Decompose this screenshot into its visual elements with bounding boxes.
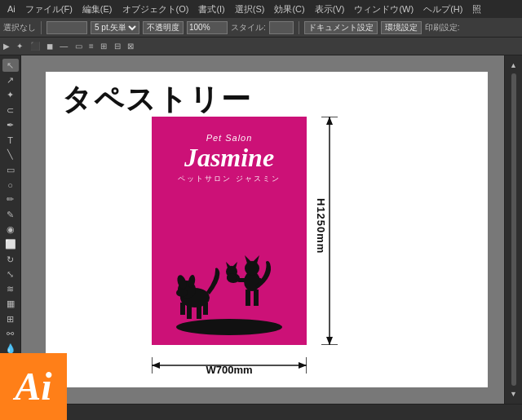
right-panel: ▲ ▼: [504, 55, 522, 404]
tool-type[interactable]: T: [2, 133, 19, 146]
tool-eraser[interactable]: ⬜: [2, 238, 19, 251]
svg-rect-7: [237, 278, 262, 282]
toolbar-print-label: 印刷設定:: [425, 22, 460, 33]
tool-mesh[interactable]: ⊞: [2, 312, 19, 325]
menu-edit[interactable]: 編集(E): [78, 2, 117, 17]
menu-effect[interactable]: 効果(C): [270, 2, 308, 17]
tool-pencil[interactable]: ✎: [2, 208, 19, 221]
tool-blend[interactable]: ⚯: [2, 327, 19, 340]
menu-format[interactable]: 書式(I): [194, 2, 228, 17]
svg-rect-5: [246, 290, 250, 306]
canvas-title: タペストリー: [62, 80, 252, 120]
tool-select[interactable]: ↖: [2, 59, 19, 72]
tool-line[interactable]: ╲: [2, 148, 19, 161]
svg-point-10: [227, 273, 237, 281]
toolbar-opacity-btn[interactable]: 不透明度: [143, 21, 184, 34]
tool-rect[interactable]: ▭: [2, 163, 19, 176]
tool-scale[interactable]: ⤡: [2, 267, 19, 281]
tool-lasso[interactable]: ⊂: [2, 104, 19, 117]
toolbar-env-settings-btn[interactable]: 環境設定: [381, 21, 422, 34]
design-card: Pet Salon Jasmine ペットサロン ジャスミン: [152, 117, 307, 345]
menu-view[interactable]: 表示(V): [311, 2, 349, 17]
toolbar-divider1: [41, 21, 42, 34]
ai-logo: Ai: [0, 353, 67, 420]
ai-logo-text: Ai: [15, 367, 51, 406]
toolbar-stroke-input[interactable]: [46, 21, 87, 34]
toolbar-selection-label: 選択なし: [3, 22, 36, 33]
tool-warp[interactable]: ≋: [2, 282, 19, 295]
svg-rect-6: [254, 290, 259, 306]
svg-marker-23: [326, 117, 333, 125]
tool-gradient[interactable]: ▦: [2, 298, 19, 311]
toolbox: ↖ ↗ ✦ ⊂ ✒ T ╲ ▭ ○ ✏ ✎ ◉ ⬜ ↻ ⤡ ≋ ▦ ⊞ ⚯ 💧 …: [0, 55, 21, 404]
toolbar-row1: 選択なし 5 pt.矢単 不透明度 スタイル: ドキュメント設定 環境設定 印刷…: [0, 18, 522, 38]
tool-ellipse[interactable]: ○: [2, 178, 19, 191]
tool-pen[interactable]: ✒: [2, 118, 19, 131]
menu-window[interactable]: ウィンドウ(W): [350, 2, 418, 17]
menu-file[interactable]: ファイル(F): [21, 2, 77, 17]
menu-object[interactable]: オブジェクト(O): [118, 2, 193, 17]
toolbar-row2: ▶ ✦ ⬛ ◼ — ▭ ≡ ⊞ ⊟ ⊠: [0, 38, 522, 55]
svg-rect-20: [180, 303, 185, 315]
card-jasmine: Jasmine: [184, 144, 274, 170]
toolbar-divider2: [299, 21, 299, 34]
tool-magic-wand[interactable]: ✦: [2, 89, 19, 102]
canvas-area: タペストリー Pet Salon Jasmine ペットサロン ジャスミン: [21, 55, 504, 404]
card-subtitle: ペットサロン ジャスミン: [178, 174, 281, 184]
dimension-width-label: W700mm: [152, 364, 307, 376]
toolbar-stroke-select[interactable]: 5 pt.矢単: [91, 21, 139, 34]
card-silhouette: [164, 231, 294, 337]
statusbar: 選択: [0, 404, 522, 420]
svg-rect-18: [187, 304, 192, 319]
menu-ai[interactable]: Ai: [3, 2, 20, 15]
right-scroll-up[interactable]: ▲: [507, 59, 520, 72]
card-pet-salon: Pet Salon: [206, 133, 253, 143]
menu-extra[interactable]: 照: [468, 2, 485, 17]
toolbar-style-label: スタイル:: [231, 22, 266, 33]
tool-rotate[interactable]: ↻: [2, 253, 19, 266]
svg-point-15: [176, 289, 188, 297]
dimension-height-label: H1250mm: [315, 198, 327, 254]
tool-blob[interactable]: ◉: [2, 223, 19, 236]
svg-point-2: [245, 261, 259, 276]
tool-brush[interactable]: ✏: [2, 193, 19, 206]
menu-help[interactable]: ヘルプ(H): [419, 2, 467, 17]
menu-select[interactable]: 選択(S): [231, 2, 269, 17]
svg-marker-24: [326, 337, 333, 345]
main-area: ↖ ↗ ✦ ⊂ ✒ T ╲ ▭ ○ ✏ ✎ ◉ ⬜ ↻ ⤡ ≋ ▦ ⊞ ⚯ 💧 …: [0, 55, 522, 404]
svg-rect-21: [203, 303, 208, 315]
svg-point-0: [176, 319, 282, 335]
svg-rect-19: [197, 304, 201, 319]
toolbar-opacity-input[interactable]: [187, 21, 228, 34]
right-scrollbar[interactable]: [511, 73, 516, 386]
right-scroll-down[interactable]: ▼: [507, 387, 520, 400]
menubar: Ai ファイル(F) 編集(E) オブジェクト(O) 書式(I) 選択(S) 効…: [0, 0, 522, 18]
toolbar-style-input[interactable]: [269, 21, 294, 34]
tool-direct-select[interactable]: ↗: [2, 73, 19, 86]
toolbar-doc-settings-btn[interactable]: ドキュメント設定: [304, 21, 378, 34]
toolbar2-content: ▶ ✦ ⬛ ◼ — ▭ ≡ ⊞ ⊟ ⊠: [3, 42, 134, 51]
